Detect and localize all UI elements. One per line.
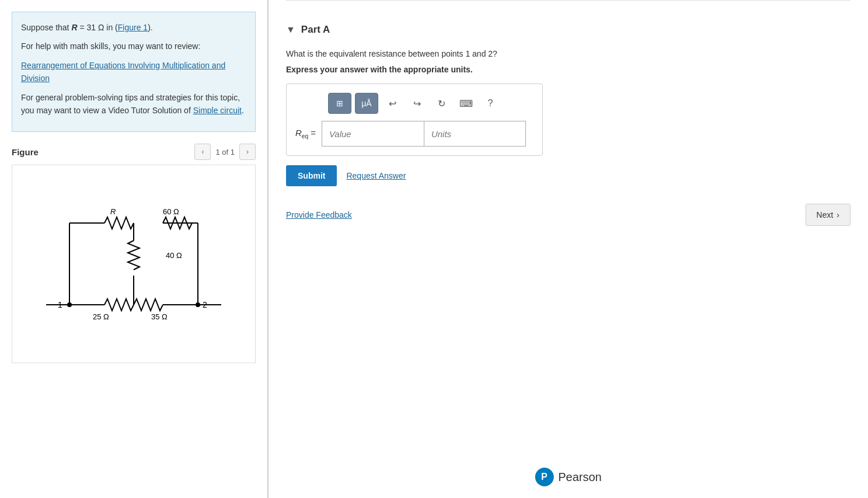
input-row: Req = — [295, 121, 534, 147]
intro-box: Suppose that R = 31 Ω in (Figure 1). For… — [12, 12, 256, 132]
undo-button[interactable]: ↩ — [382, 93, 403, 114]
right-panel: ▼ Part A What is the equivalent resistan… — [269, 0, 868, 498]
figure-title: Figure — [12, 147, 39, 157]
matrix-icon: ⊞ — [336, 99, 343, 108]
pearson-logo: P — [535, 468, 553, 486]
redo-icon: ↪ — [413, 98, 421, 109]
figure-counter: 1 of 1 — [215, 148, 235, 156]
answer-box: ⊞ μÅ ↩ ↪ ↻ ⌨ ? Req = — [286, 83, 543, 156]
request-answer-link[interactable]: Request Answer — [346, 171, 406, 180]
svg-text:R: R — [110, 207, 116, 216]
math-link-text: Rearrangement of Equations Involving Mul… — [21, 59, 246, 85]
value-input[interactable] — [322, 121, 424, 147]
submit-button[interactable]: Submit — [286, 165, 337, 186]
keyboard-button[interactable]: ⌨ — [455, 93, 476, 114]
unit-icon: μÅ — [361, 99, 371, 108]
figure-prev-button[interactable]: ‹ — [194, 144, 211, 160]
feedback-link[interactable]: Provide Feedback — [286, 210, 352, 220]
svg-text:60 Ω: 60 Ω — [163, 207, 179, 216]
toolbar: ⊞ μÅ ↩ ↪ ↻ ⌨ ? — [295, 93, 534, 114]
circuit-diagram: R 60 Ω 40 Ω 25 Ω 35 Ω 1 2 — [34, 176, 233, 351]
units-input[interactable] — [424, 121, 526, 147]
help-icon: ? — [488, 98, 493, 109]
intro-line3: For general problem-solving tips and str… — [21, 91, 246, 117]
answer-instruction: Express your answer with the appropriate… — [286, 65, 850, 74]
part-title: Part A — [301, 24, 330, 36]
figure-header: Figure ‹ 1 of 1 › — [12, 144, 256, 160]
top-divider — [286, 0, 850, 1]
svg-text:40 Ω: 40 Ω — [166, 251, 182, 260]
matrix-button[interactable]: ⊞ — [328, 93, 351, 114]
figure-nav: ‹ 1 of 1 › — [194, 144, 256, 160]
redo-button[interactable]: ↪ — [406, 93, 427, 114]
svg-text:35 Ω: 35 Ω — [151, 312, 168, 321]
figure-container: R 60 Ω 40 Ω 25 Ω 35 Ω 1 2 — [12, 165, 256, 363]
intro-line1: Suppose that R = 31 Ω in (Figure 1). — [21, 21, 246, 34]
next-icon: › — [836, 210, 839, 220]
figure-section: Figure ‹ 1 of 1 › — [12, 144, 256, 498]
collapse-arrow-icon[interactable]: ▼ — [286, 25, 295, 35]
action-row: Submit Request Answer — [286, 165, 850, 186]
next-label: Next — [817, 210, 834, 220]
circuit-link[interactable]: Simple circuit — [193, 106, 242, 115]
next-button[interactable]: Next › — [806, 204, 850, 226]
refresh-icon: ↻ — [438, 98, 445, 109]
figure-link[interactable]: Figure 1 — [118, 23, 148, 32]
help-button[interactable]: ? — [480, 93, 501, 114]
intro-line2: For help with math skills, you may want … — [21, 40, 246, 53]
bottom-row: Provide Feedback Next › — [286, 204, 850, 226]
unit-button[interactable]: μÅ — [355, 93, 378, 114]
pearson-name: Pearson — [558, 471, 602, 484]
part-header: ▼ Part A — [286, 12, 850, 36]
undo-icon: ↩ — [389, 98, 396, 109]
pearson-footer: P Pearson — [535, 468, 602, 486]
figure-next-button[interactable]: › — [239, 144, 256, 160]
pearson-initial: P — [541, 472, 548, 482]
question-text: What is the equivalent resistance betwee… — [286, 47, 850, 60]
req-label: Req = — [295, 128, 316, 140]
left-panel: Suppose that R = 31 Ω in (Figure 1). For… — [0, 0, 269, 498]
svg-text:25 Ω: 25 Ω — [93, 312, 109, 321]
keyboard-icon: ⌨ — [459, 98, 473, 109]
math-review-link[interactable]: Rearrangement of Equations Involving Mul… — [21, 61, 225, 83]
refresh-button[interactable]: ↻ — [431, 93, 452, 114]
